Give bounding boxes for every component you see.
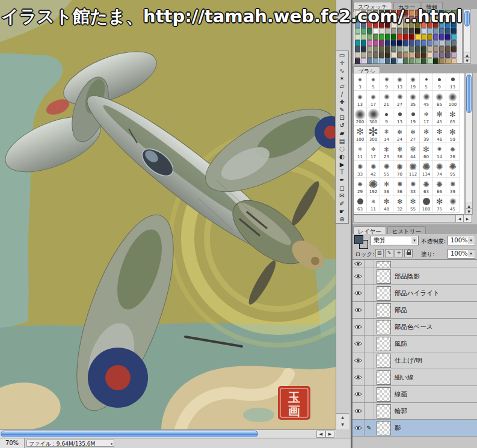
lasso-tool[interactable]: ∿ <box>336 67 348 75</box>
color-swatch[interactable] <box>409 34 414 40</box>
layer-thumbnail[interactable] <box>377 337 391 351</box>
color-swatch[interactable] <box>373 28 378 34</box>
layer-visibility-toggle[interactable] <box>352 369 365 385</box>
color-swatch[interactable] <box>439 58 445 64</box>
brush-preset[interactable]: ✻59 <box>446 126 460 143</box>
brush-preset[interactable]: ✻48 <box>380 195 393 213</box>
color-swatch[interactable] <box>421 34 426 40</box>
hand-tool[interactable]: ☛ <box>336 207 348 215</box>
color-swatch[interactable] <box>379 52 384 58</box>
color-swatch[interactable] <box>391 40 396 46</box>
color-swatch[interactable] <box>439 28 445 34</box>
color-swatch[interactable] <box>385 40 390 46</box>
brush-preset[interactable]: ✻23 <box>380 143 393 161</box>
type-tool[interactable]: T <box>336 168 348 176</box>
color-swatch[interactable] <box>421 40 426 46</box>
brush-preset[interactable]: 300 <box>367 108 380 126</box>
shape-tool[interactable]: ◻ <box>336 184 348 192</box>
brush-preset[interactable]: ✻24 <box>393 126 407 143</box>
color-swatch[interactable] <box>433 34 439 40</box>
clone-stamp-tool[interactable]: ⊡ <box>336 114 348 121</box>
marquee-tool[interactable]: ▭ <box>336 51 348 59</box>
color-swatch[interactable] <box>403 58 408 64</box>
color-swatch[interactable] <box>361 40 366 46</box>
color-swatch[interactable] <box>433 28 439 34</box>
brush-preset[interactable]: ✻300 <box>367 126 380 143</box>
color-swatch[interactable] <box>397 46 402 52</box>
brush-preset[interactable]: ✻36 <box>393 143 407 161</box>
gradient-tool[interactable]: ▤ <box>336 137 348 145</box>
color-swatch[interactable] <box>445 28 451 34</box>
brush-preset[interactable]: 63 <box>354 195 367 213</box>
dodge-tool[interactable]: ◐ <box>336 153 348 161</box>
brush-preset[interactable]: 35 <box>407 91 420 108</box>
color-swatch[interactable] <box>445 34 451 40</box>
color-swatch[interactable] <box>415 52 420 58</box>
layer-thumbnail[interactable] <box>377 370 391 385</box>
color-swatch[interactable] <box>427 52 432 58</box>
scroll-right-icon[interactable]: ▶ <box>325 431 334 438</box>
color-swatch[interactable] <box>397 58 402 64</box>
layer-visibility-toggle[interactable] <box>352 403 365 419</box>
color-swatch[interactable] <box>427 40 432 46</box>
color-swatch[interactable] <box>379 40 384 46</box>
layer-visibility-toggle[interactable] <box>352 302 365 318</box>
scroll-up-icon[interactable]: ▲ <box>336 414 349 421</box>
brush-preset[interactable]: ✻65 <box>446 108 460 126</box>
color-swatch[interactable] <box>385 46 390 52</box>
healing-brush-tool[interactable]: ✚ <box>336 98 348 106</box>
brush-preset[interactable]: 65 <box>433 91 446 108</box>
brush-preset[interactable]: ✻11 <box>354 143 367 161</box>
color-swatch[interactable] <box>397 28 402 34</box>
lock-all-button[interactable] <box>404 249 413 257</box>
horizontal-scroll-thumb[interactable] <box>1 431 258 437</box>
color-swatch[interactable] <box>427 46 432 52</box>
color-swatch[interactable] <box>439 34 445 40</box>
layer-row[interactable]: 風防 <box>352 336 477 352</box>
color-swatch[interactable] <box>445 40 451 46</box>
brush-preset[interactable]: ✻39 <box>420 126 433 143</box>
opacity-field[interactable]: 100% ▾ <box>448 236 475 245</box>
zoom-level-field[interactable]: 70% <box>0 438 25 448</box>
color-swatch[interactable] <box>355 46 360 52</box>
color-swatch[interactable] <box>367 52 372 58</box>
status-popup-arrow-icon[interactable]: ▸ <box>111 440 113 447</box>
color-swatch[interactable] <box>409 40 414 46</box>
color-swatch[interactable] <box>391 52 396 58</box>
color-swatch[interactable] <box>439 40 445 46</box>
layer-row[interactable]: 仕上げ/明 <box>352 352 477 369</box>
brush-preset[interactable]: ✻17 <box>367 143 380 161</box>
color-swatch[interactable] <box>379 34 384 40</box>
color-swatch[interactable] <box>391 58 396 64</box>
brush-preset[interactable]: ✻55 <box>407 195 420 213</box>
color-swatch[interactable] <box>451 58 457 64</box>
pen-tool[interactable]: ✒ <box>336 176 348 184</box>
layer-visibility-toggle[interactable] <box>352 352 365 369</box>
layer-visibility-toggle[interactable] <box>352 336 365 352</box>
color-swatch[interactable] <box>361 58 366 64</box>
blend-mode-select[interactable]: 乗算 ▾ <box>371 236 419 245</box>
magic-wand-tool[interactable]: ✶ <box>336 75 348 82</box>
layer-row[interactable]: 細い線 <box>352 369 477 386</box>
color-swatch[interactable] <box>361 46 366 52</box>
brush-preset[interactable]: ✻14 <box>380 126 393 143</box>
color-swatch[interactable] <box>355 58 360 64</box>
color-swatch[interactable] <box>367 28 372 34</box>
color-swatch[interactable] <box>373 46 378 52</box>
brush-preset[interactable]: ✺36 <box>393 178 407 195</box>
color-swatch[interactable] <box>355 28 360 34</box>
color-swatch[interactable] <box>409 58 414 64</box>
color-swatch[interactable] <box>403 40 408 46</box>
lock-pixels-button[interactable]: ✎ <box>385 249 393 257</box>
layer-row[interactable]: 部品ハイライト <box>352 285 477 302</box>
color-swatch[interactable] <box>415 46 420 52</box>
layer-thumbnail[interactable] <box>377 261 391 268</box>
color-swatch[interactable] <box>403 52 408 58</box>
zoom-tool[interactable]: ⊕ <box>336 215 348 223</box>
color-swatch[interactable] <box>445 52 451 58</box>
brush-preset[interactable]: ✻44 <box>407 143 420 161</box>
color-swatch[interactable] <box>433 52 439 58</box>
layer-visibility-toggle[interactable] <box>352 420 365 436</box>
brush-preset[interactable]: 3 <box>354 73 367 91</box>
brush-preset[interactable]: ✺112 <box>407 161 420 178</box>
